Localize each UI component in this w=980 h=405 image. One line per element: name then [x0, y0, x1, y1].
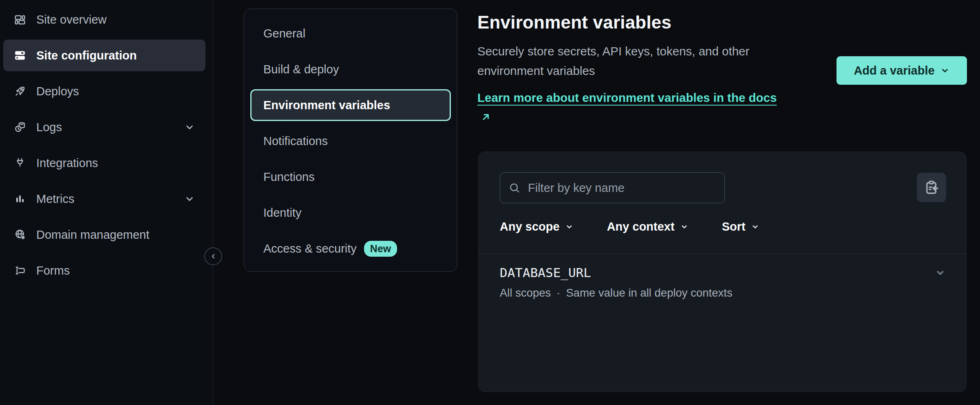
settings-nav-label: Build & deploy: [263, 63, 339, 76]
page-description: Securely store secrets, API keys, tokens…: [477, 42, 803, 81]
filter-label: Sort: [722, 220, 746, 233]
variables-panel: Any scope Any context Sort DATABASE_URL …: [478, 152, 967, 392]
chevron-down-icon: [680, 222, 689, 231]
arrow-up-right-icon: [481, 108, 491, 119]
sidebar: Site overview Site configuration: [0, 0, 213, 405]
chevron-down-icon: [565, 222, 574, 231]
grid-overview-icon: [14, 13, 26, 26]
variable-meta: All scopes · Same value in all deploy co…: [500, 286, 945, 299]
sidebar-item-domain-management[interactable]: Domain management: [3, 219, 205, 251]
settings-nav-label: Identity: [263, 206, 302, 220]
filter-label: Any scope: [500, 220, 560, 233]
clipboard-import-icon: [924, 180, 939, 195]
chevron-down-icon: [184, 122, 195, 132]
sidebar-item-site-overview[interactable]: Site overview: [3, 4, 205, 35]
sidebar-item-forms[interactable]: Forms: [3, 255, 205, 286]
filter-bar: Any scope Any context Sort: [479, 215, 772, 238]
server-stack-icon: [14, 49, 26, 62]
settings-nav-build-deploy[interactable]: Build & deploy: [250, 53, 451, 85]
sidebar-item-label: Site configuration: [36, 49, 137, 62]
settings-nav-functions[interactable]: Functions: [250, 161, 451, 193]
settings-nav-environment-variables[interactable]: Environment variables: [250, 89, 451, 121]
form-input-icon: [14, 264, 26, 277]
sidebar-item-logs[interactable]: Logs: [3, 111, 205, 143]
settings-nav-label: General: [263, 27, 305, 40]
meta-separator: ·: [556, 286, 560, 299]
sidebar-item-deploys[interactable]: Deploys: [3, 75, 205, 107]
new-badge: New: [364, 241, 397, 257]
filter-label: Any context: [607, 220, 675, 233]
chevron-left-icon: [209, 252, 218, 261]
filter-any-context[interactable]: Any context: [595, 215, 701, 238]
sidebar-item-integrations[interactable]: Integrations: [3, 147, 205, 179]
variable-row-database-url[interactable]: DATABASE_URL All scopes · Same value in …: [479, 254, 966, 326]
variable-contexts: Same value in all deploy contexts: [566, 286, 733, 299]
sidebar-collapse-button[interactable]: [204, 247, 222, 265]
variable-scopes: All scopes: [500, 286, 551, 299]
settings-nav-label: Notifications: [263, 134, 328, 148]
settings-nav-card: General Build & deploy Environment varia…: [244, 9, 457, 272]
site-settings-page: Site overview Site configuration: [0, 0, 980, 405]
rocket-icon: [14, 85, 26, 97]
plug-icon: [14, 157, 26, 169]
variable-key: DATABASE_URL: [500, 265, 945, 280]
add-variable-button[interactable]: Add a variable: [837, 56, 967, 85]
chevron-down-icon: [184, 194, 195, 204]
search-icon: [508, 182, 521, 194]
chevron-down-icon[interactable]: [935, 267, 946, 278]
import-variables-button[interactable]: [917, 173, 946, 202]
bar-chart-icon: [14, 193, 26, 205]
sidebar-item-label: Forms: [36, 264, 70, 277]
sidebar-item-label: Integrations: [36, 156, 98, 170]
chevron-down-icon: [751, 222, 759, 231]
filter-any-scope[interactable]: Any scope: [488, 215, 586, 238]
docs-link[interactable]: Learn more about environment variables i…: [477, 88, 783, 127]
settings-nav-access-security[interactable]: Access & security New: [250, 233, 451, 264]
logs-clock-icon: [14, 121, 26, 133]
search-box: [500, 172, 725, 203]
settings-nav-label: Access & security: [263, 242, 357, 255]
settings-nav-label: Functions: [263, 170, 315, 184]
settings-nav-identity[interactable]: Identity: [250, 197, 451, 229]
page-title: Environment variables: [477, 12, 671, 33]
sidebar-item-label: Site overview: [36, 13, 106, 26]
settings-nav-general[interactable]: General: [250, 18, 451, 49]
chevron-down-icon: [940, 66, 950, 75]
sidebar-item-label: Deploys: [36, 85, 79, 98]
sidebar-item-label: Metrics: [36, 192, 74, 206]
sidebar-item-metrics[interactable]: Metrics: [3, 183, 205, 215]
filter-key-input[interactable]: [527, 181, 716, 195]
globe-asterisk-icon: [14, 229, 26, 241]
sidebar-item-label: Logs: [36, 121, 62, 134]
filter-sort[interactable]: Sort: [710, 215, 772, 238]
sidebar-item-label: Domain management: [36, 228, 149, 242]
settings-nav-label: Environment variables: [263, 99, 390, 112]
docs-link-text: Learn more about environment variables i…: [477, 91, 777, 104]
settings-nav-notifications[interactable]: Notifications: [250, 125, 451, 157]
sidebar-item-site-configuration[interactable]: Site configuration: [3, 40, 205, 71]
add-variable-button-label: Add a variable: [854, 64, 934, 77]
